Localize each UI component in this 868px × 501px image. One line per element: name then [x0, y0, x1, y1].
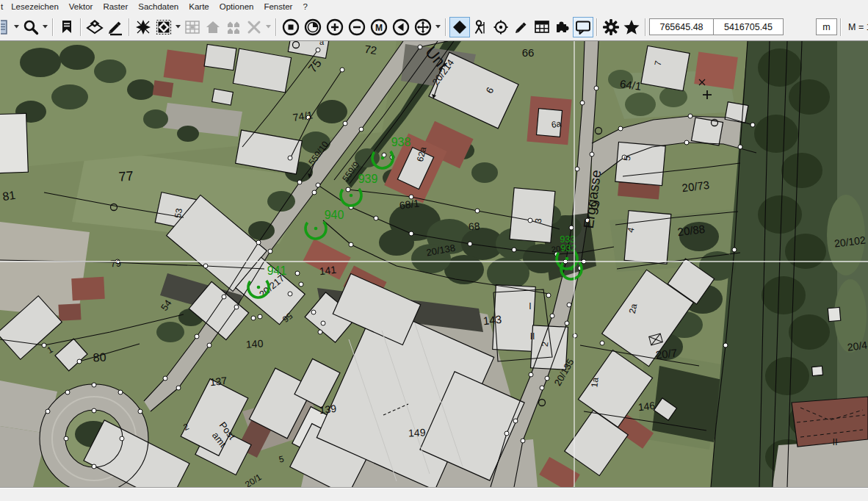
zoom-in-button[interactable] [324, 17, 346, 37]
menu-bar: t LesezeichenVektorRasterSachdatenKarteO… [0, 0, 868, 13]
parcel-label: 20/7 [655, 347, 678, 361]
selection-diamond-button[interactable] [153, 17, 174, 37]
new-document-button[interactable] [0, 17, 12, 37]
toolbar-divider [645, 18, 646, 36]
toolbar-divider [52, 18, 54, 36]
menu-item-lesezeichen[interactable]: Lesezeichen [6, 1, 64, 12]
menu-item-help[interactable]: ? [297, 1, 312, 12]
toolbar-divider [129, 18, 130, 36]
toolbar-divider [275, 18, 277, 36]
toolbar-divider [596, 18, 598, 36]
parcel-label: 6a [551, 118, 562, 130]
parcel-label: 68/1 [399, 197, 420, 211]
pan-dropdown[interactable] [434, 17, 442, 37]
toolbar-divider [840, 18, 842, 36]
menu-item-vektor[interactable]: Vektor [64, 1, 98, 12]
svg-text:M: M [375, 22, 383, 32]
status-bar [0, 487, 868, 501]
survey-point-label: 939 [358, 173, 378, 185]
bookmarks-button[interactable] [57, 17, 77, 37]
scale-prefix-label: M = 1 : [845, 22, 868, 32]
parcel-label: 72 [364, 43, 377, 57]
parcel-label: I [529, 301, 531, 311]
menu-item-raster[interactable]: Raster [98, 1, 133, 12]
parcel-label: 20/4 [847, 339, 868, 353]
map-viewport[interactable]: 77818015479537574/172a6664/166a62a368/16… [0, 41, 868, 487]
parcel-label: 143 [482, 313, 502, 328]
toolbar: M [0, 13, 868, 41]
parcel-label: 139 [319, 403, 337, 416]
plugins-button[interactable] [552, 17, 573, 37]
layer-info-button[interactable] [84, 17, 105, 37]
selection-diamond-dropdown[interactable] [174, 17, 182, 37]
unit-field: m [816, 18, 837, 35]
delete-button[interactable] [244, 17, 264, 37]
toolbar-divider [80, 18, 82, 36]
parcel-label: 137 [209, 375, 228, 388]
buildings-button[interactable] [223, 17, 244, 37]
annotation-button[interactable] [573, 17, 593, 37]
parcel-label: 68 [468, 220, 480, 232]
select-diamond-button[interactable] [449, 17, 470, 37]
parcel-label: 140 [245, 337, 264, 350]
snap-star-button[interactable] [133, 17, 153, 37]
coordinate-y-field[interactable]: 5416705.45 [714, 18, 784, 35]
map-canvas[interactable]: 77818015479537574/172a6664/166a62a368/16… [0, 41, 868, 487]
menu-item-karte[interactable]: Karte [184, 1, 214, 12]
menu-item-sachdaten[interactable]: Sachdaten [133, 1, 184, 12]
parcel-label: II [832, 436, 837, 447]
parcel-label: 53 [173, 207, 184, 219]
parcel-label: 146 [637, 400, 656, 413]
parcel-label: 77 [118, 168, 134, 184]
parcel-label: 79 [110, 258, 121, 270]
zoom-extent-button[interactable] [280, 17, 302, 37]
surveyor-figure-button[interactable] [470, 17, 491, 37]
menu-item-optionen[interactable]: Optionen [214, 1, 259, 12]
parcel-label: 149 [408, 426, 426, 439]
new-document-dropdown[interactable] [12, 17, 21, 37]
pan-button[interactable] [412, 17, 434, 37]
survey-point-label: 938 [391, 136, 411, 148]
favorites-star-button[interactable] [621, 17, 642, 37]
parcel-label: II [530, 331, 535, 342]
survey-point-label: 940 [325, 209, 344, 221]
parcel-label: 81 [1, 189, 16, 203]
coordinate-x-field[interactable]: 765645.48 [649, 18, 714, 35]
parcel-label: 141 [319, 264, 337, 277]
survey-point-label: 941 [267, 264, 287, 277]
grid-button[interactable] [182, 17, 203, 37]
zoom-search-dropdown[interactable] [41, 17, 49, 37]
home-button[interactable] [203, 17, 223, 37]
attribute-table-button[interactable] [532, 17, 552, 37]
settings-gear-button[interactable] [601, 17, 621, 37]
menu-item-partial[interactable]: t [0, 1, 6, 12]
zoom-search-button[interactable] [21, 17, 41, 37]
menu-item-fenster[interactable]: Fenster [258, 1, 297, 12]
edit-pencil-button[interactable] [105, 17, 126, 37]
delete-dropdown[interactable] [264, 17, 272, 37]
zoom-out-button[interactable] [346, 17, 368, 37]
zoom-time-button[interactable] [302, 17, 324, 37]
parcel-label: 80 [93, 350, 106, 364]
view-back-button[interactable] [390, 17, 412, 37]
target-button[interactable] [491, 17, 511, 37]
parcel-label: 1a [589, 377, 600, 388]
parcel-label: a [319, 41, 325, 46]
application-window: t LesezeichenVektorRasterSachdatenKarteO… [0, 0, 868, 501]
parcel-label: 66 [522, 46, 535, 59]
toolbar-divider [445, 18, 446, 36]
draw-button[interactable] [511, 17, 532, 37]
zoom-scale-m-button[interactable]: M [368, 17, 390, 37]
